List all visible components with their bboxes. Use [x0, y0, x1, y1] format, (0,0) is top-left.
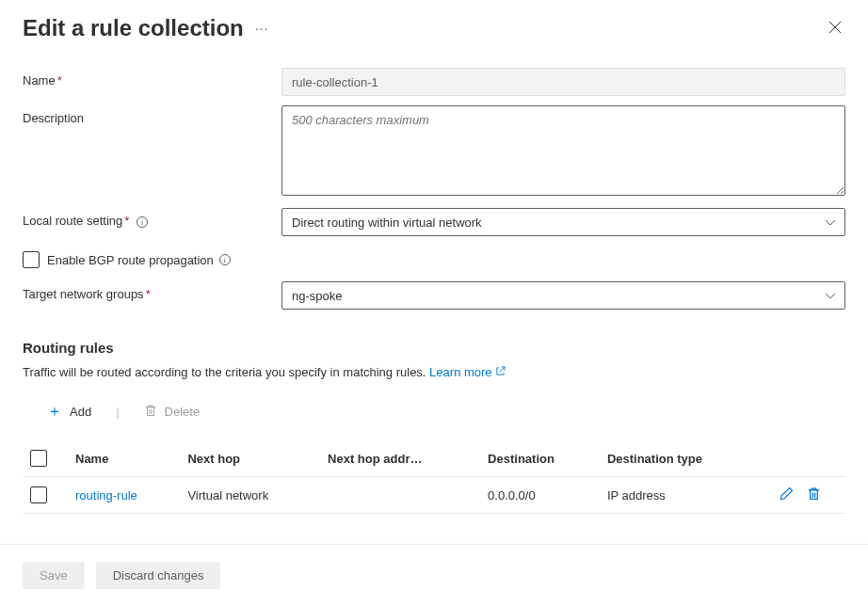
table-row: routing-rule Virtual network 0.0.0.0/0 I… — [23, 477, 845, 514]
external-link-icon — [495, 365, 506, 379]
discard-button[interactable]: Discard changes — [96, 562, 221, 589]
rules-toolbar: ＋ Add | Delete — [23, 398, 845, 425]
trash-icon — [807, 486, 821, 501]
pencil-icon — [780, 486, 794, 501]
trash-icon — [144, 404, 157, 420]
rules-table: Name Next hop Next hop addr… Destination… — [23, 440, 845, 514]
target-label: Target network groups* — [23, 281, 281, 301]
select-all-checkbox[interactable] — [30, 450, 47, 467]
col-name[interactable]: Name — [68, 440, 180, 477]
learn-more-link[interactable]: Learn more — [429, 365, 505, 379]
info-icon[interactable]: i — [137, 216, 148, 228]
delete-rule-button[interactable]: Delete — [137, 400, 208, 423]
target-select[interactable] — [281, 281, 845, 310]
name-label: Name* — [23, 68, 281, 88]
col-destination[interactable]: Destination — [480, 440, 600, 477]
row-checkbox[interactable] — [30, 486, 47, 503]
bgp-label: Enable BGP route propagation — [47, 253, 214, 267]
cell-destination-type: IP address — [600, 477, 761, 514]
cell-next-hop-addr — [320, 477, 480, 514]
plus-icon: ＋ — [47, 402, 62, 422]
save-button[interactable]: Save — [23, 562, 85, 589]
description-textarea[interactable] — [281, 105, 845, 196]
panel-header: Edit a rule collection ··· — [23, 15, 845, 41]
routing-rules-title: Routing rules — [23, 340, 845, 356]
panel-footer: Save Discard changes — [0, 544, 868, 606]
info-icon[interactable]: i — [219, 254, 231, 265]
toolbar-separator: | — [116, 405, 119, 419]
delete-row-button[interactable] — [807, 486, 821, 503]
rule-name-link[interactable]: routing-rule — [75, 488, 137, 502]
col-destination-type[interactable]: Destination type — [600, 440, 761, 477]
panel-title: Edit a rule collection — [23, 15, 244, 41]
add-rule-button[interactable]: ＋ Add — [40, 398, 99, 425]
bgp-checkbox[interactable] — [23, 251, 40, 268]
close-button[interactable] — [825, 17, 845, 40]
routing-rules-description: Traffic will be routed according to the … — [23, 365, 845, 379]
description-label: Description — [23, 105, 281, 125]
col-next-hop[interactable]: Next hop — [180, 440, 320, 477]
cell-next-hop: Virtual network — [180, 477, 320, 514]
close-icon — [828, 21, 842, 34]
name-input[interactable] — [281, 68, 845, 96]
more-actions-button[interactable]: ··· — [255, 21, 269, 36]
local-route-select[interactable] — [281, 208, 845, 236]
cell-destination: 0.0.0.0/0 — [480, 477, 600, 514]
local-route-label: Local route setting* i — [23, 208, 281, 228]
edit-row-button[interactable] — [780, 486, 794, 503]
col-next-hop-addr[interactable]: Next hop addr… — [320, 440, 480, 477]
